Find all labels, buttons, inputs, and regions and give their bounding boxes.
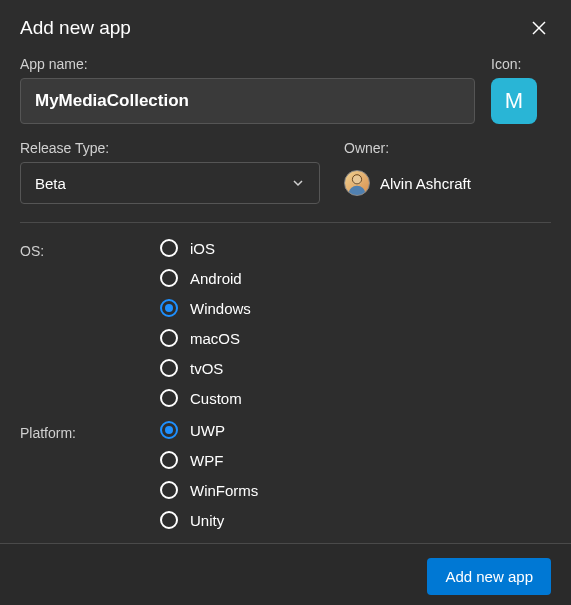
os-radio-tvos[interactable]: tvOS xyxy=(160,359,251,377)
app-name-label: App name: xyxy=(20,56,475,72)
chevron-down-icon xyxy=(291,176,305,190)
platform-radio-uwp[interactable]: UWP xyxy=(160,421,258,439)
os-radio-android[interactable]: Android xyxy=(160,269,251,287)
radio-icon xyxy=(160,421,178,439)
add-app-dialog: Add new app App name: Icon: M Release xyxy=(0,0,571,605)
release-type-label: Release Type: xyxy=(20,140,320,156)
dialog-body: App name: Icon: M Release Type: Beta xyxy=(0,48,571,543)
owner-label: Owner: xyxy=(344,140,551,156)
radio-dot-icon xyxy=(165,304,173,312)
app-icon-tile[interactable]: M xyxy=(491,78,537,124)
close-button[interactable] xyxy=(527,16,551,40)
radio-icon xyxy=(160,481,178,499)
dialog-title: Add new app xyxy=(20,17,131,39)
radio-icon xyxy=(160,451,178,469)
icon-field-group: Icon: M xyxy=(491,56,551,124)
radio-icon xyxy=(160,511,178,529)
radio-label: Unity xyxy=(190,512,224,529)
radio-label: tvOS xyxy=(190,360,223,377)
platform-section: Platform: UWPWPFWinFormsUnity xyxy=(20,421,551,529)
dialog-header: Add new app xyxy=(0,0,571,48)
owner-name: Alvin Ashcraft xyxy=(380,175,471,192)
release-type-field-group: Release Type: Beta xyxy=(20,140,320,204)
divider xyxy=(20,222,551,223)
svg-point-3 xyxy=(349,186,366,196)
os-label: OS: xyxy=(20,239,160,407)
radio-label: macOS xyxy=(190,330,240,347)
platform-label: Platform: xyxy=(20,421,160,529)
radio-label: Custom xyxy=(190,390,242,407)
owner-field-group: Owner: Alvin Ashcraft xyxy=(344,140,551,204)
radio-dot-icon xyxy=(165,426,173,434)
radio-icon xyxy=(160,329,178,347)
radio-label: Windows xyxy=(190,300,251,317)
row-release-owner: Release Type: Beta Owner: xyxy=(20,140,551,204)
os-radio-macos[interactable]: macOS xyxy=(160,329,251,347)
owner-avatar xyxy=(344,170,370,196)
os-section: OS: iOSAndroidWindowsmacOStvOSCustom xyxy=(20,239,551,407)
platform-radio-unity[interactable]: Unity xyxy=(160,511,258,529)
os-radio-list: iOSAndroidWindowsmacOStvOSCustom xyxy=(160,239,251,407)
radio-label: UWP xyxy=(190,422,225,439)
radio-icon xyxy=(160,359,178,377)
os-radio-custom[interactable]: Custom xyxy=(160,389,251,407)
platform-radio-winforms[interactable]: WinForms xyxy=(160,481,258,499)
add-new-app-button[interactable]: Add new app xyxy=(427,558,551,595)
icon-label: Icon: xyxy=(491,56,551,72)
platform-radio-wpf[interactable]: WPF xyxy=(160,451,258,469)
radio-label: iOS xyxy=(190,240,215,257)
os-radio-ios[interactable]: iOS xyxy=(160,239,251,257)
platform-radio-list: UWPWPFWinFormsUnity xyxy=(160,421,258,529)
radio-icon xyxy=(160,389,178,407)
row-app-name-icon: App name: Icon: M xyxy=(20,56,551,124)
radio-label: Android xyxy=(190,270,242,287)
app-name-field-group: App name: xyxy=(20,56,475,124)
avatar-icon xyxy=(345,170,369,196)
app-name-input[interactable] xyxy=(20,78,475,124)
dialog-footer: Add new app xyxy=(0,543,571,605)
radio-icon xyxy=(160,299,178,317)
app-icon-letter: M xyxy=(505,88,523,114)
close-icon xyxy=(531,20,547,36)
radio-label: WPF xyxy=(190,452,223,469)
release-type-value: Beta xyxy=(35,175,291,192)
radio-icon xyxy=(160,239,178,257)
release-type-select[interactable]: Beta xyxy=(20,162,320,204)
radio-icon xyxy=(160,269,178,287)
owner-display[interactable]: Alvin Ashcraft xyxy=(344,162,551,204)
os-radio-windows[interactable]: Windows xyxy=(160,299,251,317)
radio-label: WinForms xyxy=(190,482,258,499)
